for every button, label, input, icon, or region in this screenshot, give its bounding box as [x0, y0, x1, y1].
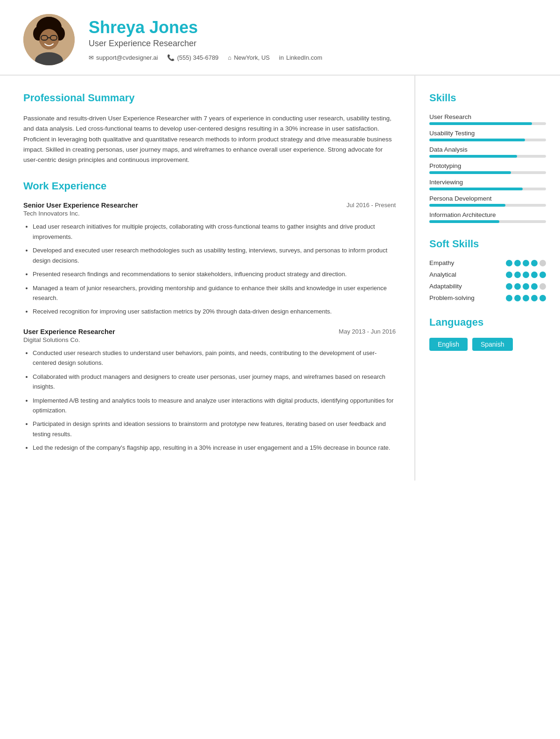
skill-name: Usability Testing	[429, 130, 546, 137]
job-2-title: User Experience Researcher	[23, 328, 115, 335]
list-item: Implemented A/B testing and analytics to…	[33, 396, 396, 416]
soft-skill-name: Adaptability	[429, 283, 485, 290]
skill-bar-fill	[429, 155, 517, 158]
skill-bar-fill	[429, 139, 525, 141]
soft-skill-item: Problem-solving	[429, 294, 546, 301]
work-section: Work Experience Senior User Experience R…	[23, 180, 396, 453]
dot-empty	[539, 260, 546, 266]
email-value: support@cvdesigner.ai	[96, 54, 158, 61]
job-1-dates: Jul 2016 - Present	[346, 202, 396, 209]
job-2-bullets: Conducted user research studies to under…	[23, 348, 396, 453]
job-1-header: Senior User Experience Researcher Jul 20…	[23, 202, 396, 209]
soft-skill-name: Analytical	[429, 271, 485, 278]
dots	[506, 295, 546, 301]
header-info: Shreya Jones User Experience Researcher …	[89, 18, 537, 61]
dots	[506, 283, 546, 290]
dot-filled	[514, 283, 521, 290]
languages-title: Languages	[429, 316, 546, 330]
location-contact: ⌂ NewYork, US	[228, 54, 270, 61]
resume-header: Shreya Jones User Experience Researcher …	[0, 0, 560, 76]
location-icon: ⌂	[228, 54, 231, 61]
dot-filled	[506, 295, 512, 301]
dot-filled	[523, 283, 529, 290]
left-column: Professional Summary Passionate and resu…	[0, 76, 415, 481]
soft-skill-item: Empathy	[429, 259, 546, 266]
skill-bar-track	[429, 139, 546, 141]
list-item: Presented research findings and recommen…	[33, 269, 396, 279]
main-content: Professional Summary Passionate and resu…	[0, 76, 560, 481]
skills-container: User Research Usability Testing Data Ana…	[429, 113, 546, 223]
skill-name: Information Architecture	[429, 211, 546, 218]
dot-filled	[523, 295, 529, 301]
svg-point-6	[40, 29, 58, 49]
skill-name: User Research	[429, 113, 546, 120]
skill-bar-track	[429, 220, 546, 223]
summary-text: Passionate and results-driven User Exper…	[23, 113, 396, 165]
skill-item: Information Architecture	[429, 211, 546, 223]
skill-bar-fill	[429, 122, 532, 125]
linkedin-value: LinkedIn.com	[286, 54, 322, 61]
job-2-header: User Experience Researcher May 2013 - Ju…	[23, 328, 396, 335]
linkedin-contact: in LinkedIn.com	[279, 54, 322, 61]
dot-filled	[531, 295, 538, 301]
language-tag: Spanish	[472, 338, 513, 351]
skill-item: User Research	[429, 113, 546, 125]
job-2-dates: May 2013 - Jun 2016	[339, 328, 396, 335]
email-icon: ✉	[89, 54, 94, 61]
dot-filled	[531, 283, 538, 290]
skill-bar-fill	[429, 171, 511, 174]
dot-empty	[539, 283, 546, 290]
skill-bar-fill	[429, 220, 499, 223]
dot-filled	[506, 283, 512, 290]
job-1: Senior User Experience Researcher Jul 20…	[23, 202, 396, 317]
skill-name: Prototyping	[429, 162, 546, 169]
dot-filled	[506, 272, 512, 278]
skill-bar-track	[429, 204, 546, 207]
skill-name: Data Analysis	[429, 146, 546, 153]
language-tags: EnglishSpanish	[429, 338, 546, 351]
dot-filled	[531, 260, 538, 266]
dot-filled	[514, 260, 521, 266]
list-item: Conducted user research studies to under…	[33, 348, 396, 368]
location-value: NewYork, US	[234, 54, 270, 61]
candidate-title: User Experience Researcher	[89, 39, 537, 49]
soft-skill-name: Problem-solving	[429, 294, 485, 301]
avatar	[23, 14, 75, 65]
summary-title: Professional Summary	[23, 92, 396, 106]
skill-item: Prototyping	[429, 162, 546, 174]
skill-bar-track	[429, 171, 546, 174]
skill-bar-fill	[429, 188, 523, 190]
soft-skills-section: Soft Skills Empathy Analytical Adaptabil…	[429, 238, 546, 301]
skill-item: Data Analysis	[429, 146, 546, 158]
skill-item: Interviewing	[429, 179, 546, 190]
dot-filled	[531, 272, 538, 278]
soft-skill-item: Analytical	[429, 271, 546, 278]
skill-bar-track	[429, 155, 546, 158]
dot-filled	[506, 260, 512, 266]
phone-icon: 📞	[167, 54, 175, 61]
language-tag: English	[429, 338, 468, 351]
dot-filled	[523, 272, 529, 278]
phone-value: (555) 345-6789	[177, 54, 218, 61]
skill-bar-fill	[429, 204, 505, 207]
list-item: Collaborated with product managers and d…	[33, 372, 396, 392]
list-item: Received recognition for improving user …	[33, 307, 396, 316]
skill-bar-track	[429, 122, 546, 125]
skill-bar-track	[429, 188, 546, 190]
contact-row: ✉ support@cvdesigner.ai 📞 (555) 345-6789…	[89, 54, 537, 61]
skills-section: Skills User Research Usability Testing D…	[429, 92, 546, 223]
skill-name: Persona Development	[429, 195, 546, 202]
soft-skills-container: Empathy Analytical Adaptability Problem-…	[429, 259, 546, 301]
email-contact: ✉ support@cvdesigner.ai	[89, 54, 158, 61]
linkedin-icon: in	[279, 54, 284, 61]
job-1-company: Tech Innovators Inc.	[23, 210, 396, 217]
work-title: Work Experience	[23, 180, 396, 194]
skill-item: Usability Testing	[429, 130, 546, 141]
languages-section: Languages EnglishSpanish	[429, 316, 546, 351]
soft-skills-title: Soft Skills	[429, 238, 546, 252]
list-item: Developed and executed user research met…	[33, 245, 396, 265]
summary-section: Professional Summary Passionate and resu…	[23, 92, 396, 165]
right-column: Skills User Research Usability Testing D…	[415, 76, 560, 481]
dots	[506, 260, 546, 266]
dot-filled	[514, 272, 521, 278]
